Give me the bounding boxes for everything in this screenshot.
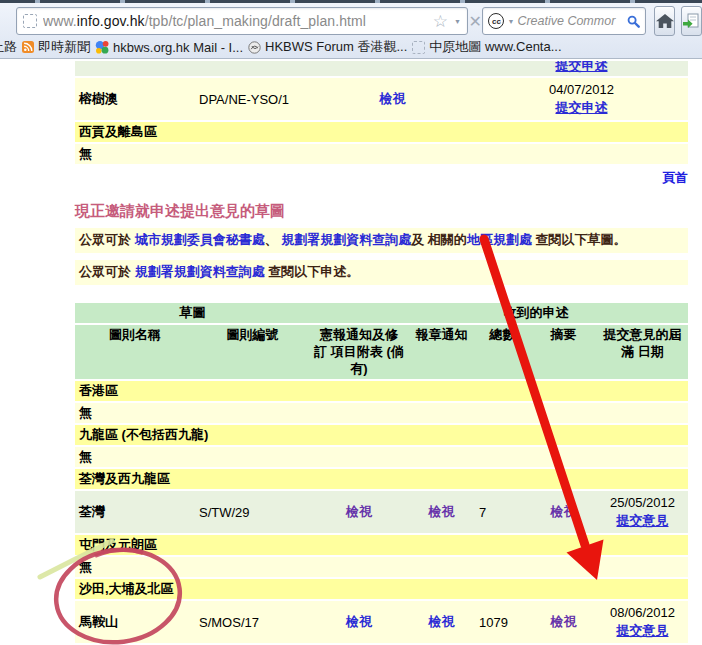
plan-name-cell: 榕樹澳 (75, 78, 195, 120)
search-icon[interactable] (627, 15, 640, 28)
bookmarks-bar: 上路 即時新聞 hkbws.org.hk Mail - I... (0, 39, 702, 58)
column-header-plan-number: 圖則編號 (195, 325, 310, 379)
group-header-plan: 草圖 (75, 303, 310, 323)
forum-globe-icon (248, 41, 261, 54)
empty-row: 無 (75, 447, 688, 467)
url-bar[interactable]: www.info.gov.hk/tpb/tc/plan_making/draft… (16, 7, 468, 35)
bookmark-item[interactable]: 上路 (0, 38, 17, 56)
intro-paragraph-2: 公眾可於 規劃署規劃資料查詢處 查閱以下申述。 (75, 260, 688, 285)
empty-row: 無 (75, 403, 688, 423)
submit-comment-link[interactable]: 提交意見 (617, 513, 669, 528)
bookmark-item-hkbws-forum[interactable]: HKBWS Forum 香港觀... (248, 38, 407, 56)
plan-name-cell: 馬鞍山 (75, 601, 195, 643)
page-title: 現正邀請就申述提出意見的草圖 (75, 202, 702, 221)
representation-table: 提交申述榕樹澳DPA/NE-YSO/1檢視04/07/2012提交申述西貢及離島… (75, 59, 688, 166)
rss-icon (22, 41, 34, 53)
browser-toolbar: www.info.gov.hk/tpb/tc/plan_making/draft… (0, 3, 702, 59)
view-summary-link[interactable]: 檢視 (551, 614, 577, 629)
search-input[interactable]: Creative Commor (517, 14, 624, 28)
district-section-row: 九龍區 (不包括西九龍) (75, 425, 688, 445)
bookmark-item-centamap[interactable]: 中原地圖 www.Centa... (412, 38, 561, 56)
view-press-notice-link[interactable]: 檢視 (429, 504, 455, 519)
total-count-cell: 7 (475, 491, 530, 533)
bookmark-star-icon[interactable]: ☆ (433, 13, 448, 30)
plan-number-cell: S/TW/29 (195, 491, 310, 533)
expiry-date: 08/06/2012 (601, 604, 684, 622)
view-summary-link[interactable]: 檢視 (551, 504, 577, 519)
stop-button[interactable]: ✕ (468, 12, 482, 31)
column-header-plan-name: 圖則名稱 (75, 325, 195, 379)
empty-row: 無 (75, 557, 688, 577)
column-header-summary: 摘要 (530, 325, 597, 379)
tab-strip (0, 0, 702, 3)
url-text[interactable]: www.info.gov.hk/tpb/tc/plan_making/draft… (43, 13, 427, 29)
expiry-date: 04/07/2012 (479, 81, 684, 99)
url-dropdown-icon[interactable]: ▼ (454, 18, 461, 25)
district-planning-office-link[interactable]: 地區規劃處 (467, 232, 532, 247)
submit-representation-link[interactable]: 提交申述 (556, 61, 608, 73)
district-section-row: 荃灣及西九龍區 (75, 469, 688, 489)
page-content: 提交申述榕樹澳DPA/NE-YSO/1檢視04/07/2012提交申述西貢及離島… (0, 59, 702, 645)
search-engine-dropdown-icon[interactable]: ▼ (507, 18, 514, 25)
district-section-row: 屯門及元朗區 (75, 535, 688, 555)
view-press-notice-link[interactable]: 檢視 (429, 614, 455, 629)
total-count-cell: 1079 (475, 601, 530, 643)
google-icon (95, 40, 109, 54)
district-section-row: 香港區 (75, 381, 688, 401)
draft-plan-table: 草圖 收到的申述 圖則名稱 圖則編號 憲報通知及修訂 項目附表 (倘有) 報章通… (75, 301, 688, 645)
placeholder-icon (412, 41, 425, 54)
intro-paragraph-1: 公眾可於 城市規劃委員會秘書處、 規劃署規劃資料查詢處及 相關的地區規劃處 查閱… (75, 228, 688, 253)
view-gazette-link[interactable]: 檢視 (346, 614, 372, 629)
bookmark-item-hkbws-mail[interactable]: hkbws.org.hk Mail - I... (95, 40, 243, 55)
view-gazette-link[interactable]: 檢視 (346, 504, 372, 519)
home-button[interactable] (654, 6, 674, 36)
planning-enquiry-counter-link-2[interactable]: 規劃署規劃資料查詢處 (135, 264, 265, 279)
view-gazette-link[interactable]: 檢視 (380, 91, 406, 106)
favicon-placeholder-icon (23, 14, 37, 28)
column-header-press-notice: 報章通知 (408, 325, 475, 379)
plan-name-cell: 荃灣 (75, 491, 195, 533)
column-header-expiry-date: 提交意見的屆滿 日期 (597, 325, 688, 379)
tpb-secretariat-link[interactable]: 城市規劃委員會秘書處 (135, 232, 265, 247)
creative-commons-search-engine-icon[interactable]: cc (488, 13, 504, 29)
page-with-arrow-icon (683, 13, 700, 29)
submit-representation-link[interactable]: 提交申述 (556, 100, 608, 115)
district-section-row: 西貢及離島區 (75, 122, 688, 142)
group-header-representations: 收到的申述 (475, 303, 597, 323)
plan-number-cell: S/MOS/17 (195, 601, 310, 643)
planning-enquiry-counter-link[interactable]: 規劃署規劃資料查詢處 (281, 232, 411, 247)
column-header-gazette-notice: 憲報通知及修訂 項目附表 (倘有) (310, 325, 408, 379)
empty-row: 無 (75, 144, 688, 164)
home-icon (656, 14, 674, 29)
search-box[interactable]: cc ▼ Creative Commor (482, 7, 646, 35)
district-section-row: 沙田,大埔及北區 (75, 579, 688, 599)
expiry-date: 25/05/2012 (601, 494, 684, 512)
page-top-link-row: 頁首 (75, 169, 688, 187)
submit-comment-link[interactable]: 提交意見 (617, 623, 669, 638)
plan-number-cell: DPA/NE-YSO/1 (195, 78, 310, 120)
page-top-link[interactable]: 頁首 (662, 170, 688, 185)
column-header-total: 總數 (475, 325, 530, 379)
bookmarks-menu-button[interactable] (681, 6, 702, 36)
bookmark-item-news[interactable]: 即時新聞 (22, 38, 90, 56)
